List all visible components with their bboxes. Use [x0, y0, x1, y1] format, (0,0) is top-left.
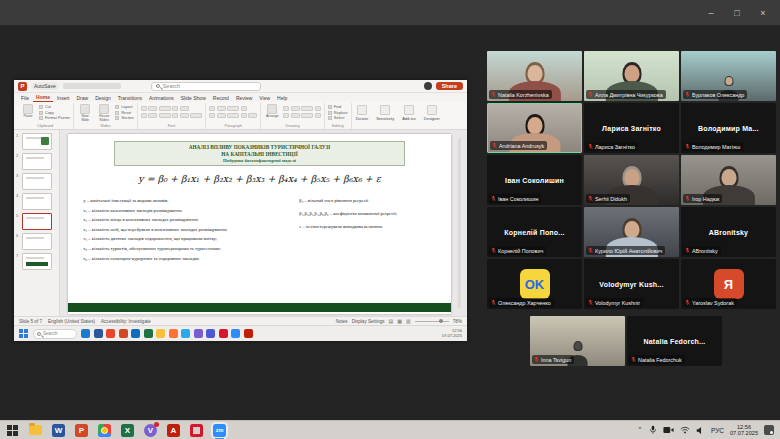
- ribbon-control[interactable]: [315, 106, 321, 111]
- microphone-icon[interactable]: [649, 425, 657, 435]
- ribbon-tab-view[interactable]: View: [256, 94, 273, 102]
- participant-tile[interactable]: Andriana Andrusyk: [487, 103, 582, 153]
- tray-overflow-chevron-icon[interactable]: ⌃: [637, 426, 643, 434]
- ribbon-control[interactable]: [315, 113, 321, 118]
- account-avatar[interactable]: [424, 82, 432, 90]
- participant-tile[interactable]: Володимир Ма...Володимир Матіяш: [681, 103, 776, 153]
- opera-icon[interactable]: [190, 424, 203, 437]
- ribbon-control[interactable]: [283, 113, 289, 118]
- participant-tile[interactable]: Inna Tsvigun: [530, 316, 625, 366]
- ribbon-control[interactable]: [172, 113, 178, 118]
- ribbon-tab-record[interactable]: Record: [210, 94, 232, 102]
- participant-tile[interactable]: Ігор Надюк: [681, 155, 776, 205]
- ribbon-control[interactable]: [209, 113, 215, 118]
- ribbon-button-section[interactable]: Section: [115, 116, 134, 120]
- ribbon-control[interactable]: [217, 113, 226, 118]
- minimize-button[interactable]: –: [698, 3, 724, 23]
- display-settings-button[interactable]: Display Settings: [352, 319, 385, 324]
- participant-tile[interactable]: Volodymyr Kush...Volodymyr Kushnir: [584, 259, 679, 309]
- slide-thumbnail-3[interactable]: 3: [16, 173, 56, 190]
- shared-pinned-app-icon[interactable]: [144, 329, 153, 338]
- ribbon-tab-transitions[interactable]: Transitions: [115, 94, 145, 102]
- ribbon-button-dictate[interactable]: Dictate: [352, 103, 372, 129]
- ribbon-button-reset[interactable]: Reset: [115, 111, 134, 115]
- ribbon-control[interactable]: [227, 113, 239, 118]
- ribbon-button-cut[interactable]: Cut: [39, 105, 70, 109]
- volume-icon[interactable]: [696, 426, 705, 435]
- ribbon-control[interactable]: [291, 113, 300, 118]
- slide-canvas[interactable]: АНАЛІЗ ВПЛИВУ ПОКАЗНИКІВ ТУРИСТИЧНОЇ ГАЛ…: [68, 134, 451, 314]
- autosave-toggle[interactable]: AutoSave: [31, 82, 59, 90]
- ribbon-button-copy[interactable]: Copy: [39, 111, 70, 115]
- ribbon-control[interactable]: [227, 106, 239, 111]
- ribbon-control[interactable]: [209, 106, 215, 111]
- participant-tile[interactable]: Лариса ЗагніткоЛариса Загнітко: [584, 103, 679, 153]
- ribbon-control[interactable]: [241, 113, 247, 118]
- slide-sorter-icon[interactable]: ▦: [397, 318, 402, 324]
- shared-pinned-app-icon[interactable]: [231, 329, 240, 338]
- ribbon-control[interactable]: [172, 106, 178, 111]
- ribbon-button-replace[interactable]: Replace: [328, 111, 348, 115]
- slide-thumbnail-2[interactable]: 2: [16, 153, 56, 170]
- shared-pinned-app-icon[interactable]: [94, 329, 103, 338]
- ribbon-control[interactable]: [291, 106, 300, 111]
- ribbon-tab-draw[interactable]: Draw: [73, 94, 91, 102]
- ribbon-control[interactable]: [159, 113, 171, 118]
- camera-icon[interactable]: [663, 426, 674, 434]
- ribbon-tab-insert[interactable]: Insert: [54, 94, 73, 102]
- share-button[interactable]: Share: [436, 82, 463, 90]
- ribbon-control[interactable]: [180, 113, 189, 118]
- ribbon-tab-home[interactable]: Home: [33, 93, 53, 102]
- participant-tile[interactable]: Іван СоколишинІван Соколишин: [487, 155, 582, 205]
- participant-tile[interactable]: Serhii Didukh: [584, 155, 679, 205]
- language-indicator[interactable]: РУС: [711, 427, 724, 434]
- shared-pinned-app-icon[interactable]: [169, 329, 178, 338]
- powerpoint-icon[interactable]: P: [75, 424, 88, 437]
- ribbon-control[interactable]: [148, 106, 157, 111]
- participant-tile[interactable]: Бурлаков Олександр: [681, 51, 776, 101]
- ribbon-button-select[interactable]: Select: [328, 116, 348, 120]
- chrome-icon[interactable]: [98, 424, 111, 437]
- shared-pinned-app-icon[interactable]: [156, 329, 165, 338]
- shared-search-box[interactable]: Search: [33, 329, 77, 339]
- shared-start-button[interactable]: [19, 329, 29, 339]
- slide-scrollbar[interactable]: [458, 138, 461, 308]
- ribbon-button-reuse-slides[interactable]: Reuse Slides: [96, 104, 112, 123]
- participant-tile[interactable]: Курило Юрій Анатолійович: [584, 207, 679, 257]
- normal-view-icon[interactable]: ▤: [389, 318, 394, 324]
- participant-tile[interactable]: OKОлександр Харченко: [487, 259, 582, 309]
- ribbon-button-designer[interactable]: Designer: [420, 103, 444, 129]
- ribbon-button-sensitivity[interactable]: Sensitivity: [372, 103, 398, 129]
- ribbon-tab-design[interactable]: Design: [92, 94, 114, 102]
- clock[interactable]: 12:56 07.07.2025: [730, 424, 758, 437]
- ribbon-button-add-ins[interactable]: Add-ins: [398, 103, 420, 129]
- participant-tile[interactable]: Natalia Fedorch...Natalia Fedorchuk: [627, 316, 722, 366]
- ribbon-control[interactable]: [159, 106, 171, 111]
- ribbon-control[interactable]: [283, 106, 289, 111]
- zoom-slider[interactable]: [415, 321, 449, 322]
- viber-icon[interactable]: V: [144, 424, 157, 437]
- language-status[interactable]: English (United States): [48, 319, 95, 324]
- shared-pinned-app-icon[interactable]: [206, 329, 215, 338]
- shared-pinned-app-icon[interactable]: [181, 329, 190, 338]
- shared-pinned-app-icon[interactable]: [119, 329, 128, 338]
- shared-pinned-app-icon[interactable]: [244, 329, 253, 338]
- acrobat-icon[interactable]: A: [167, 424, 180, 437]
- notification-center-icon[interactable]: [764, 425, 774, 435]
- maximize-button[interactable]: □: [724, 3, 750, 23]
- shared-pinned-app-icon[interactable]: [131, 329, 140, 338]
- start-button[interactable]: [6, 424, 19, 437]
- ribbon-tab-help[interactable]: Help: [274, 94, 290, 102]
- slide-thumbnail-4[interactable]: 4: [16, 193, 56, 210]
- ribbon-tab-animations[interactable]: Animations: [146, 94, 177, 102]
- accessibility-status[interactable]: Accessibility: Investigate: [101, 319, 151, 324]
- ribbon-control[interactable]: [141, 113, 147, 118]
- ribbon-control[interactable]: [190, 113, 202, 118]
- ribbon-tab-review[interactable]: Review: [233, 94, 255, 102]
- shared-pinned-app-icon[interactable]: [81, 329, 90, 338]
- ribbon-button-format-painter[interactable]: Format Painter: [39, 116, 70, 120]
- participant-tile[interactable]: Алла Дмитрівна Чикуркова: [584, 51, 679, 101]
- network-icon[interactable]: [680, 426, 690, 434]
- ribbon-button-paste[interactable]: Paste: [20, 104, 36, 119]
- ribbon-tab-file[interactable]: File: [18, 94, 32, 102]
